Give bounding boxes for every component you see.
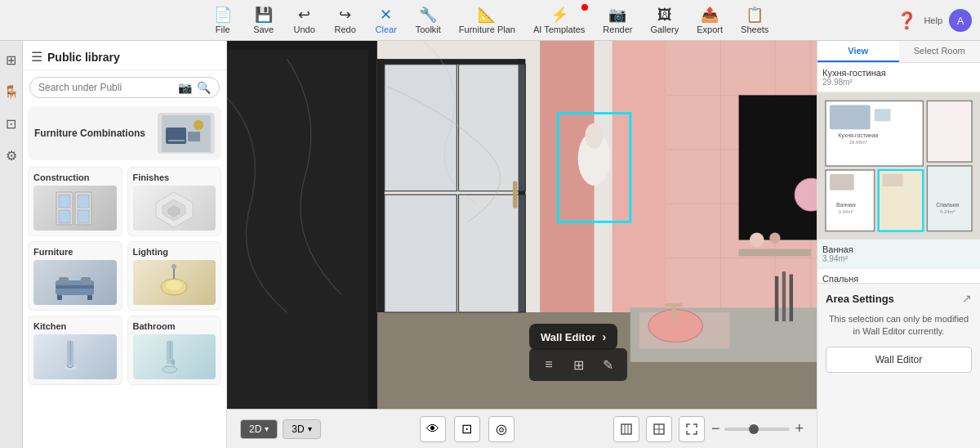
minimap-room-bathroom[interactable]: Ванная 3.94m²: [817, 240, 980, 269]
svg-rect-82: [830, 105, 871, 129]
library-item-finishes[interactable]: Finishes: [127, 167, 222, 236]
file-label: File: [216, 25, 230, 34]
render-label: Render: [603, 25, 632, 34]
fullscreen-btn[interactable]: [679, 416, 705, 442]
orbit-button[interactable]: ◎: [488, 416, 514, 442]
toolbar-file[interactable]: 📄 File: [203, 2, 243, 38]
wall-editor-btn-label: Wall Editor: [875, 354, 923, 365]
svg-rect-53: [612, 41, 666, 312]
library-title: Public library: [47, 51, 120, 64]
search-icon[interactable]: 🔍: [197, 81, 211, 94]
svg-rect-17: [56, 285, 94, 289]
file-icon: 📄: [214, 6, 232, 24]
toolbar-render[interactable]: 📷 Render: [595, 2, 640, 38]
ai-templates-icon: ⚡: [550, 6, 568, 24]
left-icon-rooms[interactable]: ⊡: [2, 113, 20, 135]
left-icon-layers[interactable]: ⊞: [2, 49, 20, 71]
sheets-label: Sheets: [741, 25, 768, 34]
view-2d-button[interactable]: 2D ▾: [240, 419, 278, 439]
gallery-icon: 🖼: [657, 7, 672, 24]
toolbar-furniture-plan[interactable]: 📐 Furniture Plan: [451, 2, 523, 38]
export-icon: 📤: [701, 6, 719, 24]
svg-rect-80: [927, 101, 972, 162]
left-icon-library[interactable]: 🪑: [0, 81, 23, 103]
view-3d-button[interactable]: 3D ▾: [283, 419, 320, 439]
wall-sub-btn-grid[interactable]: ≡: [537, 353, 560, 376]
svg-rect-84: [830, 174, 854, 190]
library-panel: ☰ Public library 📷 🔍 Furniture Combinati…: [23, 41, 227, 448]
toolbar-export[interactable]: 📤 Export: [688, 2, 731, 38]
tab-select-room-label: Select Room: [914, 46, 965, 56]
gallery-label: Gallery: [650, 25, 679, 34]
library-item-lighting[interactable]: Lighting: [127, 241, 222, 311]
library-item-construction[interactable]: Construction: [28, 167, 122, 236]
bottom-left-controls: 2D ▾ 3D ▾: [240, 419, 321, 439]
bottom-center-controls: 👁 ⊡ ◎: [420, 416, 514, 442]
view-select-tabs: View Select Room: [817, 41, 980, 63]
redo-label: Redo: [335, 25, 356, 34]
library-item-bathroom[interactable]: Bathroom: [127, 316, 222, 385]
wall-editor-button[interactable]: Wall Editor: [826, 347, 972, 373]
svg-rect-16: [81, 277, 91, 284]
toolbar-toolkit[interactable]: 🔧 Toolkit: [408, 2, 449, 38]
toolbar-save[interactable]: 💾 Save: [244, 2, 283, 38]
svg-rect-18: [57, 295, 62, 300]
toolbar-ai-templates[interactable]: ⚡ AI Templates: [525, 2, 593, 38]
selection-btn-2[interactable]: [646, 416, 672, 442]
help-label: Help: [924, 16, 942, 25]
library-item-furniture[interactable]: Furniture: [28, 241, 122, 311]
user-avatar[interactable]: A: [949, 9, 972, 32]
toolbar-redo[interactable]: ↪ Redo: [326, 2, 365, 38]
area-settings-title: Area Settings: [826, 293, 894, 305]
lighting-thumb: [133, 260, 216, 305]
svg-rect-81: [927, 166, 972, 231]
svg-text:Ванная: Ванная: [836, 202, 856, 208]
bathroom-thumb: [133, 334, 216, 379]
tab-select-room[interactable]: Select Room: [899, 41, 981, 62]
minimap-svg: Кухня-гостиная 29.98m² Ванная 3.94m² Спа…: [817, 92, 980, 240]
zoom-in-button[interactable]: +: [795, 420, 804, 437]
toolbar-sheets[interactable]: 📋 Sheets: [733, 2, 777, 38]
minimap-room-kitchen[interactable]: Кухня-гостиная 29.98m²: [817, 63, 980, 92]
export-label: Export: [697, 25, 723, 34]
ai-templates-label: AI Templates: [533, 25, 585, 34]
svg-text:0.24m²: 0.24m²: [940, 209, 956, 214]
view-2d-label: 2D: [249, 423, 261, 435]
selection-btn-1[interactable]: [613, 416, 639, 442]
library-item-kitchen[interactable]: Kitchen: [28, 316, 122, 385]
camera-icon[interactable]: 📷: [178, 81, 192, 94]
svg-rect-10: [78, 210, 89, 223]
left-icon-settings[interactable]: ⚙: [2, 145, 20, 167]
minimap-room-bedroom[interactable]: Спальня 0.24m²: [817, 269, 980, 284]
zoom-out-button[interactable]: −: [711, 420, 720, 437]
svg-text:Кухня-гостиная: Кухня-гостиная: [838, 132, 878, 139]
tab-view[interactable]: View: [817, 41, 899, 62]
svg-rect-2: [188, 132, 200, 141]
canvas-bottom-bar: 2D ▾ 3D ▾ 👁 ⊡ ◎: [227, 409, 817, 448]
svg-rect-50: [459, 195, 526, 312]
toolbar-gallery[interactable]: 🖼 Gallery: [642, 3, 687, 38]
toolbar-undo[interactable]: ↩ Undo: [285, 2, 324, 38]
svg-point-68: [769, 233, 780, 244]
canvas-area[interactable]: Wall Editor › ≡ ⊞ ✎ 2D ▾ 3D ▾: [227, 41, 817, 448]
wall-editor-popup[interactable]: Wall Editor ›: [529, 324, 617, 350]
box-button[interactable]: ⊡: [454, 416, 480, 442]
mini-map-canvas[interactable]: Кухня-гостиная 29.98m² Ванная 3.94m² Спа…: [817, 92, 980, 240]
left-sidebar-icons: ⊞ 🪑 ⊡ ⚙: [0, 41, 23, 448]
toolbar-clear[interactable]: ✕ Clear: [367, 2, 406, 38]
zoom-slider[interactable]: [724, 428, 790, 431]
help-button[interactable]: ❓: [897, 11, 917, 30]
wall-sub-btn-edit[interactable]: ✎: [596, 353, 619, 376]
finishes-label: Finishes: [133, 172, 170, 182]
menu-icon[interactable]: ☰: [31, 49, 42, 65]
kitchen-thumb: [33, 334, 117, 379]
library-featured-item[interactable]: Furniture Combinations: [28, 106, 221, 160]
save-icon: 💾: [255, 6, 273, 24]
construction-label: Construction: [33, 172, 89, 182]
search-input[interactable]: [38, 82, 173, 93]
eye-button[interactable]: 👁: [420, 416, 446, 442]
furniture-plan-icon: 📐: [478, 6, 496, 24]
wall-sub-btn-add[interactable]: ⊞: [567, 353, 590, 376]
area-settings-close-button[interactable]: ↗: [962, 292, 972, 305]
wall-editor-label: Wall Editor: [541, 331, 595, 343]
